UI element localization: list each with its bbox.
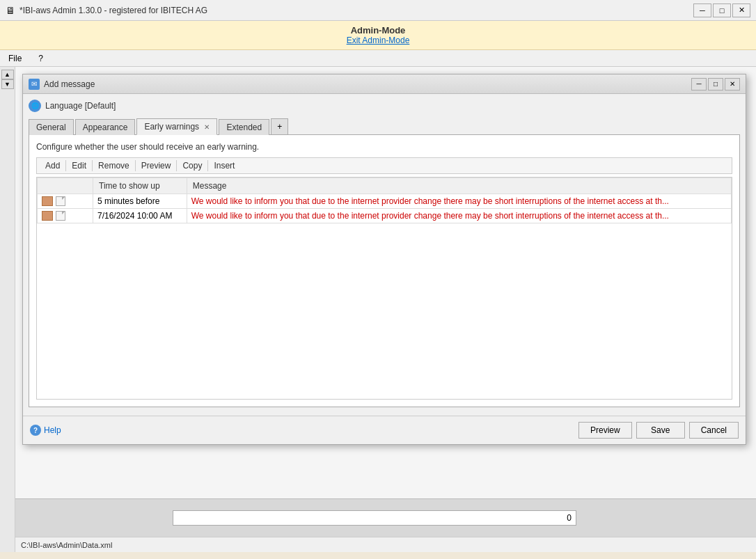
dialog-title-bar: ✉ Add message ─ □ ✕	[23, 74, 746, 94]
toolbar: Add Edit Remove Preview Copy Insert	[36, 157, 732, 174]
separator-4	[176, 160, 177, 171]
menu-help[interactable]: ?	[36, 52, 46, 65]
warnings-table: Time to show up Message 5 minutes before…	[37, 178, 732, 223]
main-area: ▲ ▼ ✉ Add message ─ □ ✕	[0, 67, 756, 552]
tab-appearance[interactable]: Appearance	[75, 119, 136, 135]
title-bar: 🖥 *IBI-aws Admin 1.30.0 - registered for…	[0, 0, 756, 21]
help-link[interactable]: ? Help	[30, 425, 61, 436]
language-label: Language [Default]	[45, 101, 116, 111]
bottom-value: 0	[567, 513, 572, 523]
dialog-title: Add message	[44, 79, 95, 89]
admin-banner: Admin-Mode Exit Admin-Mode	[0, 21, 756, 50]
insert-button[interactable]: Insert	[210, 159, 239, 172]
row-flag-icon	[42, 196, 53, 206]
dialog-minimize-button[interactable]: ─	[691, 78, 707, 90]
copy-button[interactable]: Copy	[178, 159, 206, 172]
menu-bar: File ?	[0, 50, 756, 67]
row-icons-cell	[38, 209, 93, 223]
row-time: 7/16/2024 10:00 AM	[93, 209, 187, 223]
separator-2	[92, 160, 93, 171]
dialog-maximize-button[interactable]: □	[708, 78, 723, 90]
row-message: We would like to inform you that due to …	[187, 194, 731, 209]
table-row[interactable]: 5 minutes beforeWe would like to inform …	[38, 194, 732, 209]
sidebar-strip: ▲ ▼	[0, 67, 15, 552]
minimize-button[interactable]: ─	[693, 3, 711, 17]
app-title: *IBI-aws Admin 1.30.0 - registered for I…	[19, 6, 207, 15]
tab-general[interactable]: General	[29, 119, 74, 135]
separator-1	[65, 160, 66, 171]
menu-file[interactable]: File	[6, 52, 24, 65]
nav-arrows: ▲ ▼	[1, 70, 14, 89]
close-button[interactable]: ✕	[732, 3, 750, 17]
admin-mode-title: Admin-Mode	[0, 25, 756, 36]
status-path: C:\IBI-aws\Admin\Data.xml	[21, 541, 112, 549]
col-time: Time to show up	[93, 178, 187, 194]
maximize-button[interactable]: □	[713, 3, 731, 17]
title-bar-left: 🖥 *IBI-aws Admin 1.30.0 - registered for…	[6, 5, 207, 16]
row-icons-cell	[38, 194, 93, 209]
tab-add-button[interactable]: +	[271, 118, 288, 134]
separator-3	[135, 160, 136, 171]
language-bar: 🌐 Language [Default]	[29, 100, 740, 112]
warnings-table-container: Time to show up Message 5 minutes before…	[36, 177, 732, 400]
help-icon: ?	[30, 425, 41, 436]
footer-preview-button[interactable]: Preview	[578, 422, 632, 439]
row-doc-icon	[56, 196, 65, 206]
footer-save-button[interactable]: Save	[636, 422, 685, 439]
row-message: We would like to inform you that due to …	[187, 209, 731, 223]
table-header-row: Time to show up Message	[38, 178, 732, 194]
col-icons	[38, 178, 93, 194]
title-bar-controls: ─ □ ✕	[693, 3, 750, 17]
help-label: Help	[44, 425, 61, 435]
footer-cancel-button[interactable]: Cancel	[689, 422, 739, 439]
dialog-footer: ? Help Preview Save Cancel	[23, 416, 746, 444]
nav-up[interactable]: ▲	[1, 70, 14, 79]
tab-early-warnings-close[interactable]: ✕	[204, 123, 210, 131]
tab-extended[interactable]: Extended	[219, 119, 269, 135]
configure-text: Configure whether the user should receiv…	[36, 142, 732, 152]
dialog-title-left: ✉ Add message	[29, 79, 95, 90]
exit-admin-mode-link[interactable]: Exit Admin-Mode	[0, 36, 756, 45]
remove-button[interactable]: Remove	[94, 159, 134, 172]
status-bar: C:\IBI-aws\Admin\Data.xml	[15, 537, 756, 552]
separator-5	[207, 160, 208, 171]
dialog-area: ✉ Add message ─ □ ✕ 🌐 Language [Default]	[15, 67, 756, 552]
add-message-dialog: ✉ Add message ─ □ ✕ 🌐 Language [Default]	[22, 74, 746, 445]
language-icon: 🌐	[29, 100, 41, 112]
tab-early-warnings[interactable]: Early warnings ✕	[136, 118, 217, 135]
bottom-input[interactable]: 0	[173, 510, 576, 526]
row-doc-icon	[56, 211, 65, 221]
table-row[interactable]: 7/16/2024 10:00 AMWe would like to infor…	[38, 209, 732, 223]
footer-buttons: Preview Save Cancel	[578, 422, 739, 439]
early-warnings-panel: Configure whether the user should receiv…	[29, 135, 740, 407]
dialog-icon: ✉	[29, 79, 40, 90]
row-flag-icon	[42, 211, 53, 221]
tabs: General Appearance Early warnings ✕ Exte…	[29, 118, 740, 135]
app-icon: 🖥	[6, 5, 15, 16]
dialog-close-button[interactable]: ✕	[725, 78, 740, 90]
col-message: Message	[187, 178, 731, 194]
tab-early-warnings-label: Early warnings	[144, 122, 199, 132]
dialog-content: 🌐 Language [Default] General Appearance …	[23, 94, 746, 413]
preview-button[interactable]: Preview	[137, 159, 175, 172]
add-button[interactable]: Add	[41, 159, 64, 172]
edit-button[interactable]: Edit	[68, 159, 90, 172]
row-time: 5 minutes before	[93, 194, 187, 209]
dialog-controls: ─ □ ✕	[691, 78, 740, 90]
nav-down[interactable]: ▼	[1, 79, 14, 89]
bottom-strip: 0	[15, 498, 756, 537]
